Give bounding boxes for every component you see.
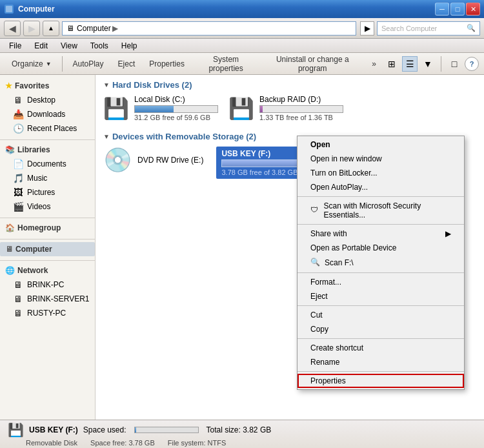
ctx-sep-1	[297, 196, 464, 197]
menu-tools[interactable]: Tools	[85, 40, 114, 52]
backup-raid-d-name: Backup RAID (D:)	[259, 95, 343, 104]
ctx-properties[interactable]: Properties	[297, 374, 464, 388]
window-icon	[4, 4, 14, 14]
ctx-autoplay[interactable]: Open AutoPlay...	[297, 180, 464, 194]
ctx-security-left: 🛡 Scan with Microsoft Security Essential…	[310, 201, 451, 219]
ctx-cut[interactable]: Cut	[297, 308, 464, 322]
address-input[interactable]: 🖥 Computer ▶	[62, 21, 356, 36]
sidebar-item-music[interactable]: 🎵 Music	[0, 171, 95, 185]
status-bar: 💾 USB KEY (F:) Space used: Total size: 3…	[0, 420, 484, 448]
security-icon: 🛡	[310, 205, 319, 216]
ctx-eject[interactable]: Eject	[297, 289, 464, 303]
local-disk-c-progress-container	[134, 105, 218, 113]
address-go-button[interactable]: ▶	[360, 21, 374, 36]
ctx-open[interactable]: Open	[297, 137, 464, 152]
sidebar-item-rusty-pc[interactable]: 🖥 RUSTY-PC	[0, 306, 95, 320]
more-button[interactable]: »	[365, 55, 383, 73]
ctx-bitlocker-label: Turn on BitLocker...	[310, 168, 378, 178]
ctx-bitlocker[interactable]: Turn on BitLocker...	[297, 166, 464, 180]
view-dropdown-button[interactable]: ▼	[420, 56, 436, 72]
status-progress-bar	[135, 427, 137, 433]
status-drive-icon: 💾	[8, 422, 24, 438]
help-button[interactable]: ?	[465, 57, 479, 71]
ctx-rename[interactable]: Rename	[297, 355, 464, 369]
properties-button[interactable]: Properties	[143, 55, 191, 73]
backup-raid-d-progress-container	[259, 105, 343, 113]
sidebar-divider-2	[0, 218, 95, 218]
path-arrow: ▶	[112, 24, 118, 33]
ctx-format[interactable]: Format...	[297, 275, 464, 289]
sidebar: ★ Favorites 🖥 Desktop 📥 Downloads 🕒 Rece…	[0, 75, 96, 420]
maximize-button[interactable]: □	[450, 3, 465, 15]
up-button[interactable]: ▲	[43, 21, 59, 36]
backup-raid-d-top: 💾 Backup RAID (D:) 1.33 TB free of 1.36 …	[228, 95, 343, 121]
sidebar-homegroup-section: 🏠 Homegroup	[0, 221, 95, 235]
ctx-format-label: Format...	[310, 278, 341, 287]
backup-raid-d-info: Backup RAID (D:) 1.33 TB free of 1.36 TB	[259, 95, 343, 121]
sidebar-item-pictures[interactable]: 🖼 Pictures	[0, 185, 95, 199]
organize-button[interactable]: Organize ▼	[5, 55, 58, 73]
toolbar-right: ⊞ ☰ ▼ □ ?	[384, 56, 479, 72]
ctx-properties-label: Properties	[310, 376, 346, 385]
brink-server1-icon: 🖥	[13, 294, 23, 304]
ctx-share-label: Share with	[310, 229, 347, 238]
local-disk-c-free: 31.2 GB free of 59.6 GB	[134, 114, 218, 121]
dvd-rw-item[interactable]: 💿 DVD RW Drive (E:)	[103, 147, 203, 174]
ctx-create-shortcut[interactable]: Create shortcut	[297, 341, 464, 355]
view-list-button[interactable]: ☰	[402, 56, 418, 72]
network-icon: 🌐	[5, 266, 15, 275]
sidebar-item-brink-server1[interactable]: 🖥 BRINK-SERVER1	[0, 292, 95, 306]
backup-raid-d-progress-bar	[260, 106, 263, 112]
search-box[interactable]: Search Computer 🔍	[377, 21, 480, 36]
back-button[interactable]: ◀	[4, 21, 21, 36]
local-disk-c-name: Local Disk (C:)	[134, 95, 218, 104]
ctx-scan-f[interactable]: 🔍 Scan F:\	[297, 255, 464, 270]
status-progress-bar-container	[134, 427, 199, 433]
brink-pc-icon: 🖥	[13, 280, 23, 290]
downloads-icon: 📥	[13, 109, 23, 119]
menu-file[interactable]: File	[4, 40, 26, 52]
ctx-eject-label: Eject	[310, 292, 328, 301]
backup-raid-d-icon: 💾	[228, 96, 254, 121]
status-space-used-label: Space used:	[83, 425, 126, 434]
dvd-rw-icon: 💿	[103, 147, 132, 174]
ctx-copy[interactable]: Copy	[297, 322, 464, 336]
ctx-open-new-window[interactable]: Open in new window	[297, 152, 464, 166]
sidebar-item-documents[interactable]: 📄 Documents	[0, 157, 95, 171]
ctx-cut-label: Cut	[310, 311, 323, 320]
backup-raid-d-item[interactable]: 💾 Backup RAID (D:) 1.33 TB free of 1.36 …	[228, 95, 343, 121]
ctx-scan-left: 🔍 Scan F:\	[310, 258, 354, 268]
ctx-create-shortcut-label: Create shortcut	[310, 343, 363, 352]
forward-button[interactable]: ▶	[23, 21, 40, 36]
sidebar-item-videos[interactable]: 🎬 Videos	[0, 199, 95, 214]
close-button[interactable]: ✕	[466, 3, 480, 15]
menu-edit[interactable]: Edit	[29, 40, 53, 52]
minimize-button[interactable]: ─	[435, 3, 449, 15]
sidebar-computer-section: 🖥 Computer	[0, 242, 95, 256]
menu-view[interactable]: View	[55, 40, 83, 52]
music-icon: 🎵	[13, 173, 23, 183]
ctx-share-with[interactable]: Share with ▶	[297, 227, 464, 241]
libraries-icon: 📚	[5, 145, 15, 154]
view-grid-button[interactable]: ⊞	[384, 56, 399, 72]
sidebar-item-downloads[interactable]: 📥 Downloads	[0, 107, 95, 121]
ctx-portable-device[interactable]: Open as Portable Device	[297, 241, 464, 255]
preview-pane-button[interactable]: □	[447, 56, 462, 72]
autoplay-button[interactable]: AutoPlay	[66, 55, 110, 73]
backup-raid-d-free: 1.33 TB free of 1.36 TB	[259, 114, 343, 121]
ctx-sep-6	[297, 371, 464, 372]
sidebar-item-recent-places[interactable]: 🕒 Recent Places	[0, 121, 95, 136]
sidebar-item-desktop[interactable]: 🖥 Desktop	[0, 93, 95, 107]
local-disk-c-top: 💾 Local Disk (C:) 31.2 GB free of 59.6 G…	[103, 95, 218, 121]
system-properties-button[interactable]: System properties	[192, 55, 259, 73]
uninstall-button[interactable]: Uninstall or change a program	[261, 55, 364, 73]
eject-button[interactable]: Eject	[112, 55, 142, 73]
sidebar-computer-header[interactable]: 🖥 Computer	[0, 242, 95, 256]
sidebar-item-brink-pc[interactable]: 🖥 BRINK-PC	[0, 278, 95, 292]
menu-help[interactable]: Help	[116, 40, 143, 52]
context-menu: Open Open in new window Turn on BitLocke…	[297, 136, 465, 390]
svg-rect-1	[6, 6, 12, 12]
usb-key-progress-bar	[222, 160, 304, 167]
local-disk-c-item[interactable]: 💾 Local Disk (C:) 31.2 GB free of 59.6 G…	[103, 95, 218, 121]
ctx-security-essentials[interactable]: 🛡 Scan with Microsoft Security Essential…	[297, 199, 464, 222]
